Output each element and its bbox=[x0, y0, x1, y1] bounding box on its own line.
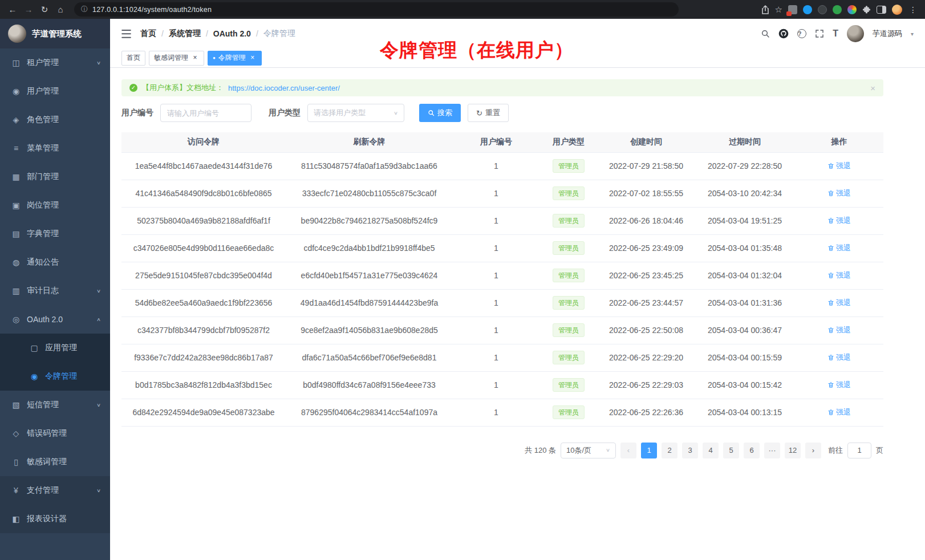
page-number-button[interactable]: 12 bbox=[785, 443, 801, 458]
breadcrumb-item[interactable]: OAuth 2.0 / bbox=[213, 29, 263, 38]
user-type-cell: 管理员 bbox=[539, 316, 598, 344]
sidebar-item-label: 角色管理 bbox=[27, 115, 101, 125]
page-number-button[interactable]: 3 bbox=[682, 443, 698, 458]
sidebar-item[interactable]: ◍ 通知公告 bbox=[0, 248, 110, 277]
create-time-cell: 2022-07-29 21:58:50 bbox=[598, 152, 695, 180]
breadcrumb-label[interactable]: 首页 bbox=[140, 29, 156, 39]
page-number-button[interactable]: 2 bbox=[662, 443, 677, 458]
sidebar-item[interactable]: ≡ 菜单管理 bbox=[0, 134, 110, 163]
user-type-tag: 管理员 bbox=[553, 378, 585, 392]
user-type-tag: 管理员 bbox=[553, 405, 585, 419]
app-logo[interactable]: 芋道管理系统 bbox=[0, 19, 110, 48]
sidebar-item[interactable]: ◧ 报表设计器 bbox=[0, 505, 110, 533]
force-logout-button[interactable]: 强退 bbox=[827, 188, 851, 198]
force-logout-button[interactable]: 强退 bbox=[827, 380, 851, 390]
refresh-token-cell: be90422b8c7946218275a508bf524fc9 bbox=[286, 207, 453, 234]
breadcrumb-label[interactable]: 令牌管理 bbox=[263, 29, 295, 39]
github-icon[interactable] bbox=[778, 29, 789, 39]
sidebar-item[interactable]: ◈ 角色管理 bbox=[0, 105, 110, 134]
sidebar-item[interactable]: ◇ 错误码管理 bbox=[0, 419, 110, 448]
page-number-button[interactable]: 5 bbox=[723, 443, 739, 458]
page-tab[interactable]: 首页 × bbox=[121, 51, 145, 66]
next-page-button[interactable]: › bbox=[805, 443, 821, 458]
force-logout-button[interactable]: 强退 bbox=[827, 352, 851, 363]
sidebar-item[interactable]: ▣ 岗位管理 bbox=[0, 191, 110, 220]
user-id-cell: 1 bbox=[453, 344, 539, 371]
force-logout-button[interactable]: 强退 bbox=[827, 325, 851, 335]
tab-close-icon[interactable]: × bbox=[191, 54, 199, 62]
force-logout-button[interactable]: 强退 bbox=[827, 298, 851, 308]
prev-page-button[interactable]: ‹ bbox=[620, 443, 636, 458]
breadcrumb-item[interactable]: 系统管理 / bbox=[169, 29, 213, 39]
page-number-button[interactable]: 4 bbox=[703, 443, 719, 458]
breadcrumb-label[interactable]: OAuth 2.0 bbox=[213, 29, 251, 38]
extension-icon-dark[interactable] bbox=[818, 5, 827, 14]
sidebar-item-label: 报表设计器 bbox=[27, 514, 101, 524]
sidebar-item-label: 应用管理 bbox=[45, 343, 101, 353]
header-actions: ? T 芋道源码 ▾ bbox=[761, 25, 914, 42]
breadcrumb-item[interactable]: 令牌管理 / bbox=[263, 29, 295, 39]
user-type-tag: 管理员 bbox=[553, 214, 585, 228]
doc-link[interactable]: https://doc.iocoder.cn/user-center/ bbox=[228, 84, 340, 92]
browser-profile-avatar[interactable] bbox=[892, 5, 902, 15]
table-row: c347026e805e4d99b0d116eae66eda8c cdfc4ce… bbox=[121, 234, 883, 262]
sidebar-item[interactable]: ▤ 字典管理 bbox=[0, 220, 110, 248]
search-button[interactable]: 搜索 bbox=[419, 104, 461, 122]
user-caret-down-icon[interactable]: ▾ bbox=[911, 31, 914, 37]
extension-icon-blue[interactable] bbox=[803, 5, 812, 14]
page-tab[interactable]: 敏感词管理 × bbox=[149, 51, 204, 66]
sidebar-item[interactable]: ◫ 租户管理 ∨ bbox=[0, 48, 110, 77]
force-logout-button[interactable]: 强退 bbox=[827, 216, 851, 226]
sidebar-item[interactable]: ◉ 令牌管理 bbox=[0, 362, 110, 391]
breadcrumb-item[interactable]: 首页 / bbox=[140, 29, 169, 39]
user-name[interactable]: 芋道源码 bbox=[873, 29, 902, 39]
site-info-icon[interactable]: ⓘ bbox=[81, 5, 88, 14]
back-icon[interactable]: ← bbox=[6, 3, 19, 17]
sidebar-item[interactable]: ▦ 部门管理 bbox=[0, 163, 110, 191]
force-logout-button[interactable]: 强退 bbox=[827, 243, 851, 253]
force-logout-button[interactable]: 强退 bbox=[827, 161, 851, 171]
search-icon[interactable] bbox=[761, 29, 770, 38]
sidebar-item[interactable]: ▧ 短信管理 ∨ bbox=[0, 391, 110, 419]
user-type-cell: 管理员 bbox=[539, 234, 598, 262]
user-type-select[interactable]: 请选择用户类型 ∨ bbox=[307, 104, 404, 122]
sidebar-item[interactable]: ▥ 审计日志 ∨ bbox=[0, 277, 110, 305]
extension-icon-green[interactable] bbox=[833, 5, 842, 14]
address-bar[interactable]: ⓘ 127.0.0.1:1024/system/oauth2/token bbox=[74, 2, 679, 17]
home-icon[interactable]: ⌂ bbox=[54, 3, 67, 17]
page-number-button[interactable]: 6 bbox=[744, 443, 760, 458]
page-number-button[interactable]: ··· bbox=[764, 443, 780, 458]
side-panel-icon[interactable] bbox=[877, 6, 886, 14]
page-number-button[interactable]: 1 bbox=[641, 443, 657, 458]
extension-icon-gray[interactable] bbox=[788, 5, 797, 14]
help-icon[interactable]: ? bbox=[797, 29, 806, 38]
page-tab[interactable]: ● 令牌管理 × bbox=[208, 51, 262, 66]
alert-close-icon[interactable]: × bbox=[870, 83, 875, 93]
fullscreen-icon[interactable] bbox=[815, 29, 824, 38]
force-logout-button[interactable]: 强退 bbox=[827, 270, 851, 281]
user-id-input[interactable] bbox=[160, 104, 251, 122]
sidebar-item[interactable]: ▢ 应用管理 bbox=[0, 334, 110, 362]
forward-icon[interactable]: → bbox=[22, 3, 35, 17]
collapse-sidebar-icon[interactable] bbox=[121, 30, 131, 38]
share-icon[interactable] bbox=[761, 5, 769, 14]
goto-page-input[interactable] bbox=[847, 443, 871, 458]
tab-close-icon[interactable]: × bbox=[249, 54, 257, 62]
bookmark-star-icon[interactable]: ☆ bbox=[775, 5, 782, 15]
extension-icon-multicolor[interactable] bbox=[847, 5, 857, 14]
breadcrumb-label[interactable]: 系统管理 bbox=[169, 29, 201, 39]
expire-time-cell: 2054-03-04 00:13:15 bbox=[695, 399, 795, 426]
extensions-puzzle-icon[interactable] bbox=[862, 5, 871, 14]
reload-icon[interactable]: ↻ bbox=[38, 3, 51, 17]
force-logout-button[interactable]: 强退 bbox=[827, 407, 851, 417]
chevron-icon: ∨ bbox=[96, 488, 101, 493]
browser-menu-icon[interactable]: ⋮ bbox=[908, 5, 918, 14]
sidebar-item[interactable]: ¥ 支付管理 ∨ bbox=[0, 476, 110, 505]
sidebar-item[interactable]: ▯ 敏感词管理 bbox=[0, 448, 110, 476]
reset-button[interactable]: ↻ 重置 bbox=[468, 104, 509, 122]
user-avatar[interactable] bbox=[847, 25, 864, 42]
font-size-icon[interactable]: T bbox=[833, 29, 838, 39]
page-size-select[interactable]: 10条/页 ∨ bbox=[561, 443, 616, 458]
sidebar-item[interactable]: ◎ OAuth 2.0 ∧ bbox=[0, 305, 110, 334]
sidebar-item[interactable]: ◉ 用户管理 bbox=[0, 77, 110, 105]
